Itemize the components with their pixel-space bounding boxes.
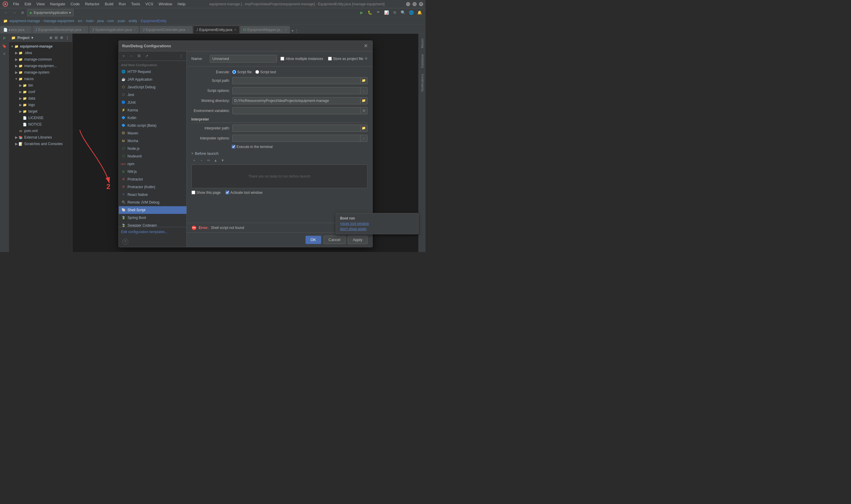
copy-config-btn[interactable]: ⧉ [136, 53, 142, 59]
run-config-selector[interactable]: ▶ EquipmentApplication ▾ [27, 9, 74, 16]
locate-file-btn[interactable]: ⊕ [49, 35, 53, 40]
menu-edit[interactable]: Edit [22, 1, 33, 7]
config-item-npm[interactable]: npm npm [119, 160, 186, 168]
before-launch-edit-btn[interactable]: ✏ [206, 158, 212, 163]
config-item-nodeunit[interactable]: ⬡ Nodeunit [119, 152, 186, 160]
config-item-spring-boot[interactable]: 🍃 Spring Boot [119, 214, 186, 221]
maximize-button[interactable]: □ [413, 2, 417, 6]
config-item-remote-jvm[interactable]: 🔌 Remote JVM Debug [119, 199, 186, 206]
menu-build[interactable]: Build [103, 1, 116, 7]
tree-item-license[interactable]: 📄 LICENSE [9, 115, 72, 121]
breadcrumb-item-6[interactable]: com [107, 19, 114, 23]
script-text-radio[interactable] [255, 70, 259, 74]
breadcrumb-item-3[interactable]: src [78, 19, 83, 23]
config-item-nwjs[interactable]: N NW.js [119, 168, 186, 176]
run-toolbar-back[interactable]: ← [2, 9, 10, 16]
sort-config-btn[interactable]: ⋮ [178, 53, 185, 59]
tree-item-idea[interactable]: ▶ 📁 .idea [9, 50, 72, 56]
menu-window[interactable]: Window [156, 1, 175, 7]
before-launch-up-btn[interactable]: ▲ [213, 158, 219, 163]
edit-templates-link[interactable]: Edit configuration templates... [121, 230, 168, 234]
structure-btn[interactable]: ≡ [1, 50, 8, 57]
before-launch-collapse[interactable]: ▾ [192, 151, 193, 156]
config-item-nodejs[interactable]: ⬡ Node.js [119, 145, 186, 152]
interpreter-path-browse[interactable]: 📁 [360, 125, 367, 131]
project-view-btn[interactable]: P [1, 35, 8, 42]
config-item-junit[interactable]: 🔵 JUnit [119, 99, 186, 106]
script-text-option[interactable]: Script text [255, 70, 276, 74]
add-config-btn[interactable]: + [121, 53, 127, 59]
working-dir-input[interactable] [233, 97, 360, 104]
env-vars-input[interactable] [233, 108, 360, 114]
tree-root[interactable]: ▾ 📁 equipment-manage [9, 43, 72, 50]
ok-button[interactable]: OK [306, 236, 321, 244]
before-launch-add-btn[interactable]: + [192, 158, 197, 163]
config-item-http[interactable]: 🌐 HTTP Request [119, 68, 186, 76]
menu-refactor[interactable]: Refactor [83, 1, 102, 7]
tabs-overflow[interactable]: ▾ [291, 28, 294, 33]
panel-more-btn[interactable]: ⋮ [65, 35, 70, 40]
tree-item-manage-equip[interactable]: ▶ 📁 manage-equipmen... [9, 62, 72, 69]
tab-close-2[interactable]: ✕ [83, 28, 85, 31]
breadcrumb-item-1[interactable]: equipment-manage [10, 19, 40, 23]
tree-item-logs[interactable]: ▶ 📁 logs [9, 102, 72, 108]
share-config-btn[interactable]: ↗ [144, 53, 150, 59]
tabs-menu[interactable]: ⋮ [294, 28, 299, 33]
remove-config-btn[interactable]: − [128, 53, 135, 59]
tab-close-6[interactable]: ✕ [285, 28, 287, 31]
show-page-checkbox[interactable]: Show this page [192, 191, 221, 195]
tree-item-notice[interactable]: 📄 NOTICE [9, 121, 72, 128]
tab-equipment-mapper[interactable]: M EquipmentMapper.ja... ✕ [240, 26, 290, 33]
tab-close-5[interactable]: ✕ [234, 28, 236, 31]
profile-button[interactable]: 📊 [383, 9, 390, 16]
panel-options-btn[interactable]: ⚙ [59, 35, 64, 40]
env-vars-browse-btn[interactable]: ⊞ [360, 108, 367, 114]
collapse-all-btn[interactable]: ⊟ [54, 35, 58, 40]
interpreter-options-input[interactable] [233, 135, 360, 142]
debug-button[interactable]: 🐛 [366, 9, 374, 16]
breadcrumb-item-9[interactable]: EquipmentEntity [141, 19, 166, 23]
breadcrumb-item-4[interactable]: main [86, 19, 94, 23]
before-launch-down-btn[interactable]: ▼ [220, 158, 226, 163]
notifications-btn[interactable]: 🔔 [416, 9, 423, 16]
show-page-input[interactable] [192, 191, 195, 194]
tree-item-nacos[interactable]: ▾ 📁 nacos [9, 76, 72, 82]
tab-close-3[interactable]: ✕ [133, 28, 136, 31]
tree-item-pom[interactable]: m pom.xml [9, 128, 72, 134]
tree-item-manage-system[interactable]: ▶ 📁 manage-system [9, 69, 72, 76]
dialog-help-button[interactable]: ? [122, 239, 128, 245]
minimize-button[interactable]: − [406, 2, 410, 6]
translate-btn[interactable]: 🌐 [408, 9, 415, 16]
script-options-expand-btn[interactable]: ↕ [360, 87, 367, 94]
config-item-kotlin-script[interactable]: 🔷 Kotlin script (Beta) [119, 122, 186, 129]
tab-close-4[interactable]: ✕ [187, 28, 189, 31]
interpreter-options-expand[interactable]: ↕ [360, 135, 367, 142]
tree-item-scratches[interactable]: ▶ 📝 Scratches and Consoles [9, 141, 72, 147]
tree-item-manage-common[interactable]: ▶ 📁 manage-common [9, 56, 72, 62]
sidebar-notifications-tab[interactable]: Notifications [419, 72, 425, 94]
tab-vice-java[interactable]: 📄 ▸vice.java ✕ [0, 26, 32, 33]
coverage-button[interactable]: ☂ [375, 9, 382, 16]
breadcrumb-item-2[interactable]: manage-equipment [43, 19, 74, 23]
config-item-jar[interactable]: ☕ JAR Application [119, 76, 186, 83]
settings-btn[interactable]: ⚙ [391, 9, 398, 16]
config-item-kotlin[interactable]: 🔷 Kotlin [119, 114, 186, 122]
script-options-input[interactable] [233, 87, 360, 94]
breadcrumb-item-8[interactable]: entity [129, 19, 138, 23]
tree-item-ext-libs[interactable]: ▶ 📚 External Libraries [9, 134, 72, 141]
run-toolbar-recent[interactable]: ⊕ [19, 9, 26, 16]
run-toolbar-forward[interactable]: → [11, 9, 18, 16]
config-item-protractor-kotlin[interactable]: ⚙ Protractor (Kotlin) [119, 183, 186, 191]
config-item-maven[interactable]: Ⓜ Maven [119, 129, 186, 137]
tab-close-1[interactable]: ✕ [26, 28, 29, 31]
before-launch-remove-btn[interactable]: − [199, 158, 204, 163]
config-item-jest[interactable]: ⬡ Jest [119, 91, 186, 99]
menu-view[interactable]: View [34, 1, 47, 7]
tree-item-target[interactable]: ▶ 📁 target [9, 108, 72, 115]
tab-equipment-controller[interactable]: J EquipmentController.java ✕ [140, 26, 193, 33]
config-item-mocha[interactable]: M Mocha [119, 137, 186, 145]
sidebar-database-tab[interactable]: Database [419, 52, 425, 70]
dialog-close-button[interactable]: ✕ [363, 43, 369, 49]
config-item-karma[interactable]: ⚡ Karma [119, 106, 186, 114]
menu-navigate[interactable]: Navigate [48, 1, 67, 7]
